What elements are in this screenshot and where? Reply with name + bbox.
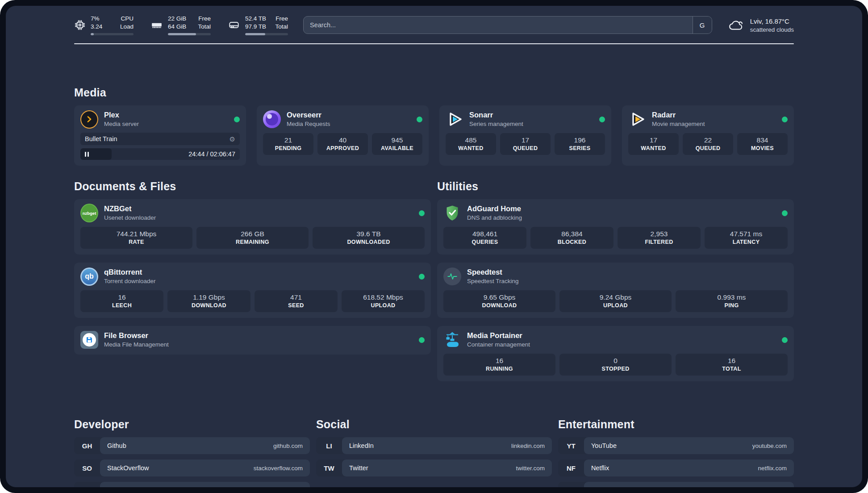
- app-card-qbittorrent[interactable]: qb qBittorrent Torrent downloader 16 LEE…: [74, 263, 431, 318]
- cpu-label-2: Load: [120, 23, 134, 30]
- reddit-abbr: RE: [558, 482, 584, 487]
- session-settings-icon[interactable]: ⚙: [230, 136, 235, 142]
- speedtest-title: Speedtest: [467, 267, 519, 277]
- ram-label-2: Total: [198, 23, 211, 30]
- app-card-speedtest[interactable]: Speedtest Speedtest Tracking 9.65 Gbps D…: [437, 263, 794, 318]
- cpu-stat: 7% 3.24 CPU Load: [74, 15, 134, 35]
- app-card-overseerr[interactable]: Overseerr Media Requests 21 PENDING 40 A…: [257, 105, 429, 166]
- search-engine-button[interactable]: G: [693, 17, 712, 33]
- sonarr-status-dot: [599, 117, 605, 122]
- twitter-abbr: TW: [316, 460, 342, 476]
- section-social: Social LI LinkedIn linkedin.com TW Twitt…: [316, 418, 552, 487]
- ram-progress-fill: [168, 33, 196, 35]
- cpu-label-1: CPU: [121, 15, 134, 22]
- stat-available: 945 AVAILABLE: [372, 133, 422, 155]
- sonarr-subtitle: Series management: [469, 120, 523, 128]
- qbittorrent-title: qBittorrent: [104, 267, 156, 277]
- speedtest-subtitle: Speedtest Tracking: [467, 277, 519, 285]
- storage-stat: 52.4 TB 97.9 TB Free Total: [228, 15, 288, 35]
- now-playing-title: Bullet Train: [85, 135, 117, 142]
- stat-blocked: 86,384 BLOCKED: [530, 227, 613, 249]
- stat-pending: 21 PENDING: [263, 133, 313, 155]
- section-media: Media Plex Media server: [74, 86, 794, 166]
- adguard-title: AdGuard Home: [467, 204, 522, 213]
- filebrowser-title: File Browser: [104, 331, 169, 340]
- sonarr-title: Sonarr: [469, 110, 523, 120]
- github-abbr: GH: [74, 437, 100, 454]
- social-heading: Social: [316, 418, 552, 431]
- stat-approved: 40 APPROVED: [317, 133, 368, 155]
- disk-total: 97.9 TB: [245, 23, 266, 30]
- stat-rate: 744.21 Mbps RATE: [80, 227, 192, 249]
- nzbget-title: NZBGet: [104, 204, 156, 213]
- filebrowser-subtitle: Media File Management: [104, 341, 169, 349]
- plex-player-bar[interactable]: 24:44 / 02:06:47: [80, 148, 240, 160]
- cpu-usage: 7%: [91, 15, 100, 22]
- portainer-title: Media Portainer: [467, 331, 530, 340]
- adguard-icon: [443, 204, 461, 222]
- stat-upload: 9.24 Gbps UPLOAD: [559, 290, 672, 312]
- radarr-title: Radarr: [652, 110, 705, 120]
- portainer-subtitle: Container management: [467, 341, 530, 349]
- weather-location-temp: Lviv, 16.87°C: [750, 17, 794, 26]
- app-card-filebrowser[interactable]: File Browser Media File Management: [74, 326, 431, 355]
- stat-ping: 0.993 ms PING: [676, 290, 788, 312]
- link-github[interactable]: GH Github github.com: [74, 437, 310, 454]
- app-card-portainer[interactable]: Media Portainer Container management 16 …: [437, 326, 794, 381]
- stat-wanted: 485 WANTED: [446, 133, 496, 155]
- media-heading: Media: [74, 86, 794, 99]
- plex-now-playing: Bullet Train ⚙: [80, 133, 240, 145]
- filebrowser-status-dot: [419, 337, 425, 343]
- cpu-progress-fill: [91, 33, 94, 35]
- plex-status-dot: [234, 117, 240, 122]
- link-linkedin[interactable]: LI LinkedIn linkedin.com: [316, 437, 552, 454]
- plex-subtitle: Media server: [104, 120, 139, 128]
- stat-stopped: 0 STOPPED: [559, 354, 672, 376]
- nzbget-subtitle: Usenet downloader: [104, 214, 156, 222]
- stackoverflow-abbr: SO: [74, 460, 100, 476]
- dashboard-screen: 7% 3.24 CPU Load: [6, 6, 862, 487]
- nzbget-icon: nzbget: [80, 204, 98, 222]
- app-card-nzbget[interactable]: nzbget NZBGet Usenet downloader 744.21 M…: [74, 199, 431, 255]
- stat-upload: 618.52 Mbps UPLOAD: [342, 290, 425, 312]
- app-card-adguard[interactable]: AdGuard Home DNS and adblocking 498,461 …: [437, 199, 794, 255]
- link-stackoverflow[interactable]: SO StackOverflow stackoverflow.com: [74, 460, 310, 476]
- stat-download: 1.19 Gbps DOWNLOAD: [167, 290, 250, 312]
- app-card-radarr[interactable]: Radarr Movie management 17 WANTED 22 QUE…: [622, 105, 794, 166]
- top-bar: 7% 3.24 CPU Load: [74, 14, 794, 36]
- link-twitter[interactable]: TW Twitter twitter.com: [316, 460, 552, 476]
- disk-progress-fill: [245, 33, 265, 35]
- link-youtube[interactable]: YT YouTube youtube.com: [558, 437, 794, 454]
- pause-icon[interactable]: [85, 148, 89, 160]
- stat-queued: 22 QUEUED: [683, 133, 733, 155]
- link-dev[interactable]: DT DEV dev.to: [74, 482, 310, 487]
- ram-free: 22 GiB: [168, 15, 186, 22]
- system-stats: 7% 3.24 CPU Load: [74, 15, 288, 35]
- dev-abbr: DT: [74, 482, 100, 487]
- cpu-load: 3.24: [91, 23, 102, 30]
- section-entertainment: Entertainment YT YouTube youtube.com NF …: [558, 418, 794, 487]
- adguard-subtitle: DNS and adblocking: [467, 214, 522, 222]
- qbittorrent-icon: qb: [80, 267, 98, 285]
- stat-download: 9.65 Gbps DOWNLOAD: [443, 290, 555, 312]
- link-netflix[interactable]: NF Netflix netflix.com: [558, 460, 794, 476]
- weather-condition: scattered clouds: [750, 26, 794, 34]
- ram-progress-track: [168, 33, 211, 35]
- disk-progress-track: [245, 33, 288, 35]
- disk-icon: [228, 19, 240, 31]
- documents-heading: Documents & Files: [74, 180, 431, 193]
- overseerr-icon: [263, 110, 281, 128]
- radarr-icon: [628, 110, 646, 128]
- header-divider: [74, 43, 794, 44]
- stat-total: 16 TOTAL: [676, 354, 788, 376]
- search-input[interactable]: [304, 21, 712, 29]
- disk-label-2: Total: [275, 23, 288, 30]
- stat-leech: 16 LEECH: [80, 290, 163, 312]
- section-developer: Developer GH Github github.com SO StackO…: [74, 418, 310, 487]
- app-card-plex[interactable]: Plex Media server Bullet Train ⚙ 24:44 /…: [74, 105, 246, 166]
- window-frame: 7% 3.24 CPU Load: [0, 0, 868, 493]
- youtube-abbr: YT: [558, 437, 584, 454]
- app-card-sonarr[interactable]: Sonarr Series management 485 WANTED 17 Q…: [439, 105, 611, 166]
- link-reddit[interactable]: RE Reddit reddit.com: [558, 482, 794, 487]
- stat-movies: 834 MOVIES: [737, 133, 788, 155]
